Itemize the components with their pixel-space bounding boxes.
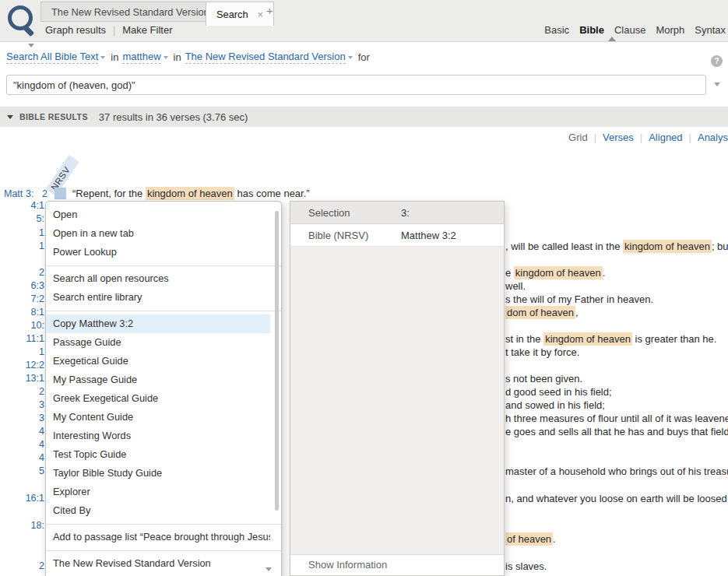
tab-search[interactable]: Search × — [206, 2, 274, 26]
mode-morph[interactable]: Morph — [656, 24, 684, 36]
context-menu-item[interactable]: Open — [46, 205, 270, 224]
verse-text-fragment[interactable]: e kingdom of heaven. — [505, 266, 605, 280]
verse-reference-book[interactable]: Matt — [4, 188, 23, 199]
search-type-dropdown[interactable]: Search All Bible Text — [6, 51, 98, 64]
graph-results-button[interactable]: Graph results — [45, 24, 106, 36]
verse-text-pre: and sowed in his field; — [505, 399, 605, 411]
context-menu-item[interactable]: My Passage Guide — [46, 371, 270, 389]
view-verses[interactable]: Verses — [603, 132, 634, 143]
verse-reference[interactable]: 7:2 — [0, 293, 44, 306]
search-version-dropdown[interactable]: The New Revised Standard Version — [185, 51, 346, 64]
context-menu-item[interactable]: Test Topic Guide — [46, 445, 270, 464]
verse-text-fragment[interactable]: s the will of my Father in heaven. — [505, 293, 653, 307]
mode-syntax[interactable]: Syntax — [695, 24, 726, 36]
verse-text-pre: s not been given. — [505, 373, 582, 385]
search-range-dropdown[interactable]: matthew — [122, 51, 160, 64]
context-menu-item[interactable]: Copy Matthew 3:2 — [46, 314, 270, 333]
verse-reference[interactable]: 12:2 — [0, 359, 44, 372]
verse-text-fragment[interactable]: d good seed in his field; — [505, 385, 612, 399]
context-menu-item[interactable]: Greek Exegetical Guide — [46, 389, 270, 408]
verse-text-fragment[interactable]: , will be called least in the kingdom of… — [505, 240, 728, 254]
verse-text-fragment[interactable]: t take it by force. — [505, 346, 579, 360]
search-icon-handle — [23, 25, 35, 37]
close-icon[interactable]: × — [258, 9, 264, 20]
search-criteria: Search All Bible Text in matthew in The … — [6, 42, 374, 72]
verse-reference[interactable]: 11:1 — [0, 332, 44, 346]
mode-basic[interactable]: Basic — [544, 24, 569, 36]
grid-cell-indicator[interactable] — [55, 188, 66, 199]
verse-text-fragment[interactable]: s not been given. — [505, 372, 582, 386]
context-menu-item[interactable]: Add to passage list “Peace brought throu… — [46, 528, 270, 546]
verse-reference[interactable]: 2 — [0, 266, 44, 279]
collapse-arrow-icon[interactable] — [7, 115, 13, 119]
verse-text-fragment[interactable]: well. — [505, 279, 526, 293]
selection-value: 3: — [401, 207, 410, 219]
context-menu-item[interactable]: The New Revised Standard Version — [46, 554, 270, 573]
verse-reference[interactable]: 1 — [0, 227, 44, 240]
verse-reference[interactable]: 5 — [0, 465, 44, 478]
search-query-input[interactable] — [6, 75, 706, 95]
verse-reference[interactable]: 2 — [0, 560, 44, 573]
bible-results-bar[interactable]: BIBLE RESULTS 37 results in 36 verses (3… — [0, 107, 728, 127]
verse-reference[interactable]: 13:1 — [0, 372, 44, 385]
verse-reference[interactable]: 6:3 — [0, 279, 44, 293]
verse-text-fragment[interactable]: n, and whatever you loose on earth will … — [505, 492, 728, 506]
verse-reference[interactable]: 1 — [0, 240, 44, 253]
context-menu-item[interactable]: Search all open resources — [46, 269, 270, 288]
verse-text-fragment[interactable]: is slaves. — [505, 560, 547, 574]
verse-reference[interactable]: 16:1 — [0, 492, 44, 505]
toolbar-divider: | — [113, 25, 115, 36]
view-grid[interactable]: Grid — [568, 132, 588, 143]
verse-reference[interactable]: 3 — [0, 399, 44, 412]
search-icon[interactable] — [8, 5, 33, 30]
selection-bible-row[interactable]: Bible (NRSV) Matthew 3:2 — [290, 224, 504, 247]
context-menu-item[interactable]: My Content Guide — [46, 408, 270, 427]
context-menu-scrollbar[interactable] — [275, 211, 279, 511]
context-menu-item[interactable]: Interesting Words — [46, 427, 270, 445]
results-section-label: BIBLE RESULTS — [19, 112, 88, 121]
verse-text-fragment[interactable]: of heaven. — [505, 532, 556, 546]
verse-text-fragment[interactable]: h three measures of flour until all of i… — [505, 412, 728, 426]
context-menu-item[interactable]: New American Standard Bible 1995 Update — [46, 573, 270, 576]
verse-reference[interactable]: 4 — [0, 451, 44, 465]
dropdown-caret-icon — [348, 56, 353, 59]
verse-text-fragment[interactable]: master of a household who brings out of … — [505, 465, 728, 479]
view-aligned[interactable]: Aligned — [649, 132, 682, 143]
verse-reference[interactable]: 10: — [0, 319, 44, 332]
verse-text-fragment[interactable]: st in the kingdom of heaven is greater t… — [505, 332, 716, 346]
mode-clause[interactable]: Clause — [614, 24, 645, 36]
verse-reference[interactable]: 2 — [0, 385, 44, 399]
mode-bible[interactable]: Bible — [579, 24, 604, 36]
help-icon[interactable]: ? — [711, 55, 723, 67]
verse-reference-chapter[interactable]: 3: — [26, 188, 33, 199]
view-analysis[interactable]: Analys — [698, 132, 728, 143]
show-information-button[interactable]: Show Information — [290, 554, 504, 575]
verse-reference[interactable]: 4:1 — [0, 199, 44, 212]
verse-text[interactable]: “Repent, for the kingdom of heaven has c… — [72, 188, 310, 199]
add-tab-icon[interactable]: + — [266, 4, 273, 17]
context-menu-item[interactable]: Explorer — [46, 483, 270, 501]
verse-text-fragment[interactable]: dom of heaven, — [505, 306, 579, 320]
verse-reference[interactable]: 3 — [0, 412, 44, 425]
context-menu-item[interactable]: Search entire library — [46, 288, 270, 307]
verse-text-pre: , will be called least in the — [505, 241, 623, 252]
verse-reference[interactable]: 1 — [0, 346, 44, 359]
tab-nrsv[interactable]: The New Revised Standard Version — [40, 2, 220, 22]
verse-text-fragment[interactable]: e goes and sells all that he has and buy… — [505, 425, 728, 439]
context-menu-item[interactable]: Exegetical Guide — [46, 352, 270, 371]
verse-reference-verse[interactable]: 2 — [42, 188, 47, 199]
scroll-down-icon[interactable] — [266, 567, 272, 571]
verse-reference[interactable]: 4 — [0, 425, 44, 438]
verse-text-fragment[interactable]: and sowed in his field; — [505, 399, 605, 413]
verse-reference[interactable]: 18: — [0, 519, 44, 532]
verse-reference[interactable]: 4 — [0, 438, 44, 451]
context-menu-item[interactable]: Cited By — [46, 501, 270, 520]
context-menu-item[interactable]: Open in a new tab — [46, 224, 270, 243]
query-history-caret-icon[interactable] — [714, 83, 720, 86]
context-menu-item[interactable]: Taylor Bible Study Guide — [46, 464, 270, 483]
context-menu-item[interactable]: Power Lookup — [46, 243, 270, 262]
verse-reference[interactable]: 8:1 — [0, 306, 44, 319]
make-filter-button[interactable]: Make Filter — [122, 24, 172, 36]
context-menu-item[interactable]: Passage Guide — [46, 333, 270, 352]
verse-reference[interactable]: 5: — [0, 212, 44, 226]
